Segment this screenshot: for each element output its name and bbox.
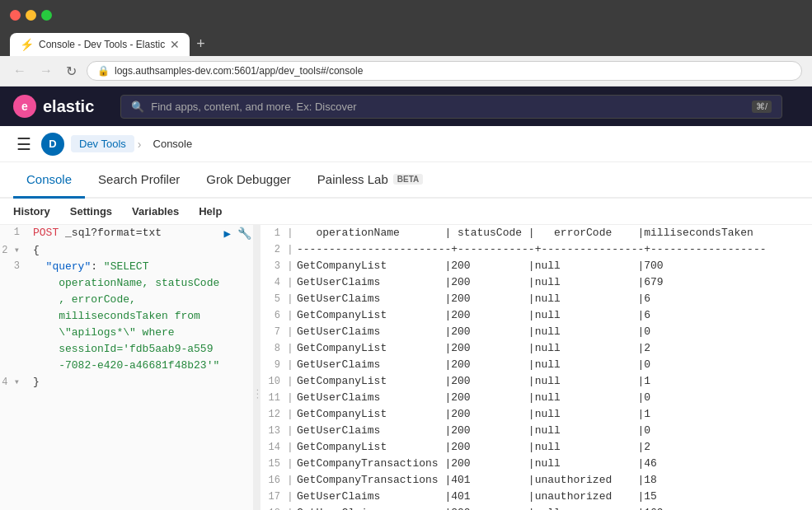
result-line: 5 | GetUserClaims |200 |null |6 (260, 291, 812, 307)
result-num: 3 (260, 259, 287, 274)
reload-button[interactable]: ↻ (63, 62, 80, 81)
tab-favicon: ⚡ (20, 38, 34, 51)
line-num-2: 2 ▾ (0, 242, 26, 256)
result-num: 9 (260, 358, 287, 372)
result-num: 7 (260, 325, 287, 339)
tab-search-profiler-label: Search Profiler (98, 172, 180, 186)
code-editor[interactable]: 1 POST _sql?format=txt ▶ 🔧 2 ▾ { 3 "quer… (0, 225, 253, 510)
result-num: 18 (260, 506, 287, 511)
result-text: GetCompanyList |200 |null |1 (293, 406, 812, 422)
browser-tab[interactable]: ⚡ Console - Dev Tools - Elastic ✕ (10, 33, 190, 56)
panel-resizer[interactable]: ··· (254, 225, 260, 510)
result-text: GetUserClaims |200 |null |0 (293, 390, 812, 405)
toolbar-history[interactable]: History (13, 205, 50, 218)
result-sep: | (287, 358, 293, 371)
result-num: 2 (260, 242, 287, 257)
result-sep: | (287, 424, 293, 437)
result-line: 9 | GetUserClaims |200 |null |0 (260, 357, 812, 373)
tab-nav: Console Search Profiler Grok Debugger Pa… (0, 162, 812, 199)
editor-panel: 1 POST _sql?format=txt ▶ 🔧 2 ▾ { 3 "quer… (0, 225, 254, 510)
code-line-3f: -7082-e420-a46681f48b23'" (0, 358, 253, 374)
line-content-3: "query": "SELECT (26, 259, 253, 274)
line-content-3a: operationName, statusCode (26, 275, 253, 291)
code-line-3a: operationName, statusCode (0, 275, 253, 292)
tab-grok-debugger[interactable]: Grok Debugger (193, 162, 304, 199)
code-line-1: 1 POST _sql?format=txt ▶ 🔧 (0, 225, 253, 242)
line-content-1: POST _sql?format=txt (26, 225, 223, 241)
result-text: GetCompanyTransactions |200 |null |46 (293, 456, 812, 471)
url-text: logs.authsamples-dev.com:5601/app/dev_to… (115, 65, 363, 77)
line-num-3b (0, 292, 26, 293)
new-tab-button[interactable]: + (190, 32, 212, 56)
toolbar-variables[interactable]: Variables (132, 205, 179, 218)
traffic-yellow[interactable] (26, 10, 36, 21)
traffic-green[interactable] (41, 10, 52, 21)
browser-tab-title: Console - Dev Tools - Elastic (39, 39, 165, 50)
breadcrumb-dev-tools[interactable]: Dev Tools (71, 135, 134, 152)
result-num: 6 (260, 308, 287, 323)
traffic-red[interactable] (10, 10, 21, 21)
tab-painless-lab[interactable]: Painless Lab BETA (304, 162, 436, 199)
result-sep: | (287, 474, 293, 486)
result-sep: | (287, 292, 293, 305)
result-sep: | (287, 260, 293, 272)
result-sep: | (287, 408, 293, 420)
line-content-3b: , errorCode, (26, 292, 253, 307)
result-line: 13 | GetUserClaims |200 |null |0 (260, 423, 812, 439)
results-panel[interactable]: 1 | operationName | statusCode | errorCo… (260, 225, 812, 510)
hamburger-button[interactable]: ☰ (13, 131, 35, 157)
result-text: operationName | statusCode | errorCode |… (293, 225, 812, 241)
tab-close-button[interactable]: ✕ (170, 38, 180, 51)
result-num: 12 (260, 407, 287, 422)
result-line: 12 | GetCompanyList |200 |null |1 (260, 406, 812, 423)
tab-grok-debugger-label: Grok Debugger (206, 172, 291, 186)
search-shortcut: ⌘/ (752, 101, 772, 113)
browser-traffic-lights[interactable] (10, 7, 52, 27)
line-num-3a (0, 275, 26, 277)
address-bar[interactable]: 🔒 logs.authsamples-dev.com:5601/app/dev_… (87, 61, 802, 81)
result-line: 3 | GetCompanyList |200 |null |700 (260, 258, 812, 274)
result-text: GetCompanyTransactions |401 |unauthorize… (293, 472, 812, 488)
result-num: 1 (260, 226, 287, 241)
result-text: GetUserClaims |200 |null |0 (293, 357, 812, 372)
result-sep: | (287, 441, 293, 453)
result-line: 10 | GetCompanyList |200 |null |1 (260, 373, 812, 390)
line-content-4: } (26, 374, 253, 390)
tab-console[interactable]: Console (13, 162, 85, 199)
result-text: GetUserClaims |401 |unauthorized |15 (293, 489, 812, 504)
result-line: 14 | GetCompanyList |200 |null |2 (260, 439, 812, 456)
result-sep: | (287, 490, 293, 503)
search-placeholder: Find apps, content, and more. Ex: Discov… (151, 101, 356, 113)
forward-button[interactable]: → (36, 62, 56, 80)
result-text: GetCompanyList |200 |null |1 (293, 373, 812, 389)
wrench-icon[interactable]: 🔧 (236, 225, 253, 242)
code-line-2: 2 ▾ { (0, 242, 253, 259)
main-content: 1 POST _sql?format=txt ▶ 🔧 2 ▾ { 3 "quer… (0, 225, 812, 510)
tab-painless-lab-badge: BETA (393, 174, 423, 185)
toolbar-help[interactable]: Help (199, 205, 222, 218)
result-sep: | (287, 375, 293, 387)
action-icons: ▶ 🔧 (223, 225, 253, 242)
run-icon[interactable]: ▶ (223, 225, 232, 242)
code-line-3c: millisecondsTaken from (0, 308, 253, 325)
result-num: 17 (260, 489, 287, 504)
result-sep: | (287, 243, 293, 255)
tab-search-profiler[interactable]: Search Profiler (85, 162, 193, 199)
elastic-logo[interactable]: e elastic (13, 95, 94, 118)
result-text: GetUserClaims |200 |null |169 (293, 505, 812, 510)
code-line-3d: \"apilogs*\" where (0, 325, 253, 341)
global-search[interactable]: 🔍 Find apps, content, and more. Ex: Disc… (120, 95, 782, 119)
result-text: GetCompanyList |200 |null |2 (293, 439, 812, 455)
breadcrumb-current: Console (145, 135, 201, 152)
back-button[interactable]: ← (10, 62, 30, 80)
tab-console-label: Console (26, 172, 72, 186)
search-icon: 🔍 (131, 101, 144, 113)
result-text: ------------------------+------------+--… (293, 241, 812, 257)
result-text: GetUserClaims |200 |null |0 (293, 324, 812, 339)
toolbar-settings[interactable]: Settings (70, 205, 112, 218)
result-sep: | (287, 276, 293, 288)
editor-toolbar: History Settings Variables Help (0, 199, 812, 225)
result-text: GetCompanyList |200 |null |6 (293, 307, 812, 323)
result-line: 15 | GetCompanyTransactions |200 |null |… (260, 456, 812, 472)
logo-icon: e (13, 95, 36, 118)
